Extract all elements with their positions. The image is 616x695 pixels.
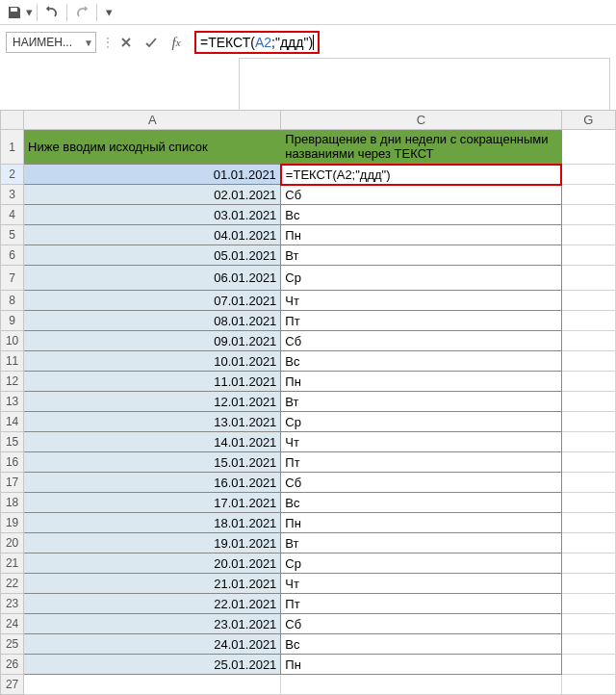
cell[interactable] <box>561 311 615 331</box>
day-cell[interactable]: Вт <box>281 245 561 266</box>
header-C[interactable]: Превращение в дни недели с сокращенными … <box>281 130 561 165</box>
select-all-corner[interactable] <box>1 111 24 130</box>
formula-bar-expanded[interactable] <box>239 58 610 112</box>
cell[interactable] <box>561 351 615 372</box>
qat-customize-icon[interactable]: ▾ <box>105 5 113 19</box>
day-cell[interactable]: Ср <box>281 553 561 574</box>
redo-icon[interactable] <box>71 2 92 23</box>
date-cell[interactable]: 07.01.2021 <box>24 291 281 311</box>
row-gutter[interactable]: 14 <box>1 412 24 432</box>
date-cell[interactable]: 16.01.2021 <box>24 473 281 493</box>
cell[interactable] <box>561 594 615 614</box>
date-cell[interactable]: 25.01.2021 <box>24 655 281 675</box>
day-cell[interactable]: Чт <box>281 432 561 452</box>
day-cell[interactable]: Чт <box>281 574 561 594</box>
row-gutter[interactable]: 17 <box>1 473 24 493</box>
row-gutter[interactable]: 18 <box>1 493 24 513</box>
date-cell[interactable]: 11.01.2021 <box>24 372 281 392</box>
day-cell[interactable]: Сб <box>281 185 561 205</box>
date-cell[interactable]: 12.01.2021 <box>24 392 281 412</box>
header-A[interactable]: Ниже вводим исходный список <box>24 130 281 165</box>
date-cell[interactable]: 24.01.2021 <box>24 634 281 655</box>
row-gutter[interactable]: 26 <box>1 655 24 675</box>
day-cell[interactable]: Вс <box>281 493 561 513</box>
row-gutter[interactable]: 1 <box>1 130 24 165</box>
date-cell[interactable]: 20.01.2021 <box>24 553 281 574</box>
col-header-C[interactable]: C <box>281 111 561 130</box>
row-gutter[interactable]: 7 <box>1 266 24 291</box>
day-cell[interactable]: Вс <box>281 634 561 655</box>
col-header-G[interactable]: G <box>561 111 615 130</box>
cell[interactable] <box>561 513 615 533</box>
row-gutter[interactable]: 12 <box>1 372 24 392</box>
row-gutter[interactable]: 13 <box>1 392 24 412</box>
cell[interactable] <box>561 553 615 574</box>
row-gutter[interactable]: 8 <box>1 291 24 311</box>
day-cell[interactable]: Вт <box>281 533 561 553</box>
cell[interactable] <box>561 245 615 266</box>
date-cell[interactable]: 06.01.2021 <box>24 266 281 291</box>
row-gutter[interactable]: 19 <box>1 513 24 533</box>
col-header-A[interactable]: A <box>24 111 281 130</box>
row-gutter[interactable]: 16 <box>1 452 24 473</box>
cancel-formula-icon[interactable] <box>114 32 139 53</box>
day-cell[interactable]: Пн <box>281 513 561 533</box>
cell[interactable] <box>561 266 615 291</box>
date-cell[interactable]: 02.01.2021 <box>24 185 281 205</box>
formula-input[interactable]: =ТЕКСТ(A2;"ддд") <box>194 31 320 54</box>
day-cell[interactable]: Пт <box>281 594 561 614</box>
day-cell[interactable]: Пт <box>281 452 561 473</box>
row-gutter[interactable]: 21 <box>1 553 24 574</box>
date-cell[interactable]: 14.01.2021 <box>24 432 281 452</box>
day-cell[interactable]: Вс <box>281 205 561 225</box>
row-gutter[interactable]: 10 <box>1 331 24 351</box>
cell[interactable] <box>561 392 615 412</box>
editing-cell[interactable]: =ТЕКСТ(A2;"ддд") <box>281 165 561 185</box>
cell[interactable] <box>561 205 615 225</box>
cell[interactable] <box>561 655 615 675</box>
undo-icon[interactable] <box>41 2 63 23</box>
row-gutter[interactable]: 27 <box>1 675 24 695</box>
resize-handle[interactable]: ⋮ <box>102 36 108 49</box>
cell[interactable] <box>561 634 615 655</box>
date-cell[interactable]: 15.01.2021 <box>24 452 281 473</box>
chevron-down-icon[interactable]: ▼ <box>84 38 93 48</box>
row-gutter[interactable]: 20 <box>1 533 24 553</box>
cell[interactable] <box>561 533 615 553</box>
enter-formula-icon[interactable] <box>139 32 164 53</box>
date-cell[interactable]: 22.01.2021 <box>24 594 281 614</box>
day-cell[interactable]: Ср <box>281 266 561 291</box>
date-cell[interactable]: 03.01.2021 <box>24 205 281 225</box>
day-cell[interactable]: Чт <box>281 291 561 311</box>
cell[interactable] <box>561 291 615 311</box>
cell[interactable] <box>561 432 615 452</box>
cell[interactable] <box>561 493 615 513</box>
day-cell[interactable]: Пн <box>281 655 561 675</box>
save-icon[interactable] <box>4 2 25 23</box>
fx-icon[interactable]: fx <box>164 32 189 53</box>
day-cell[interactable]: Сб <box>281 473 561 493</box>
cell[interactable] <box>561 675 615 695</box>
date-cell[interactable]: 05.01.2021 <box>24 245 281 266</box>
date-cell[interactable]: 18.01.2021 <box>24 513 281 533</box>
day-cell[interactable]: Сб <box>281 331 561 351</box>
day-cell[interactable]: Вс <box>281 351 561 372</box>
cell[interactable] <box>561 412 615 432</box>
date-cell[interactable]: 23.01.2021 <box>24 614 281 634</box>
cell[interactable] <box>561 331 615 351</box>
date-cell[interactable]: 10.01.2021 <box>24 351 281 372</box>
date-cell[interactable]: 13.01.2021 <box>24 412 281 432</box>
cell[interactable] <box>561 185 615 205</box>
cell[interactable] <box>24 675 281 695</box>
date-cell[interactable]: 19.01.2021 <box>24 533 281 553</box>
row-gutter[interactable]: 4 <box>1 205 24 225</box>
date-cell[interactable]: 01.01.2021 <box>24 165 281 185</box>
cell[interactable] <box>561 130 615 165</box>
row-gutter[interactable]: 5 <box>1 225 24 245</box>
cell[interactable] <box>561 452 615 473</box>
date-cell[interactable]: 17.01.2021 <box>24 493 281 513</box>
row-gutter[interactable]: 15 <box>1 432 24 452</box>
date-cell[interactable]: 08.01.2021 <box>24 311 281 331</box>
day-cell[interactable]: Пн <box>281 372 561 392</box>
day-cell[interactable]: Вт <box>281 392 561 412</box>
